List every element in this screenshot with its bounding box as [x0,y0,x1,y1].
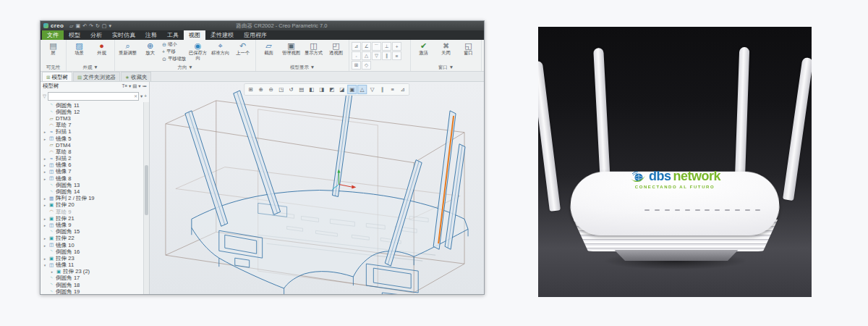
display-style-button[interactable]: ◫显示方式 [303,41,324,56]
graphics-toolbar-icon[interactable]: ◳ [276,85,286,94]
previous-view-button[interactable]: ↶上一个 [232,41,253,56]
tree-scrollbar-thumb[interactable] [145,165,148,215]
graphics-toolbar-icon[interactable]: ◪ [337,85,346,94]
graphics-toolbar-icon[interactable]: ⊕ [256,85,265,94]
ribbon-group-label[interactable]: 模型显示 ▼ [258,64,346,71]
ribbon-tab[interactable]: 柔性建模 [205,30,239,40]
quick-access-icon[interactable]: ▢ [102,23,107,28]
display-toggle-icon[interactable]: ⌒ [372,42,381,51]
filter-add-button[interactable]: + [144,93,147,99]
tree-expand-icon[interactable]: ▸ [43,236,47,241]
tree-filter-settings-button[interactable]: T≡ ▾ [122,83,131,89]
display-toggle-icon[interactable]: ∠ [362,42,371,51]
ribbon-group-label[interactable]: 窗口 ▼ [413,64,479,71]
clear-search-icon[interactable]: ✕ [134,93,137,99]
tree-expand-icon[interactable]: ▸ [43,217,47,221]
layers-button[interactable]: ▤层 [43,41,64,56]
refit-button[interactable]: ⌕重新调整 [117,41,138,56]
standard-orientation-button[interactable]: ⌖标准方向 [210,41,231,56]
tree-expand-icon[interactable]: ▸ [43,163,47,167]
tree-display-options-button[interactable]: ▤ ▾ [132,83,140,89]
ribbon-group-label[interactable]: 外观 ▼ [69,64,112,71]
tree-item[interactable]: ▾◫镜像 11 [43,262,149,269]
ribbon-tab[interactable]: 应用程序 [239,30,272,40]
tree-expand-icon[interactable]: ▾ [43,263,47,267]
navigator-tab[interactable]: ▤ 文件夹浏览器 [73,72,120,81]
tree-expand-icon[interactable]: ▸ [43,243,47,248]
led-label [655,209,660,211]
manage-views-button[interactable]: ▣管理视图 [281,41,302,56]
ribbon-tab[interactable]: 模型 [64,30,85,40]
display-toggle-icon[interactable]: △ [362,51,371,60]
appearance-button[interactable]: ●外观 [91,41,112,56]
tree-columns-button[interactable]: ≔ [142,83,148,89]
display-toggle-icon[interactable]: + [392,42,401,51]
display-toggle-icon[interactable]: ∥ [382,51,391,60]
display-toggle-icon[interactable]: ≡ [392,51,401,60]
graphics-toolbar-icon[interactable]: ⊖ [266,85,276,94]
zoom-in-button[interactable]: ⊕放大 [140,41,161,56]
ribbon-group-label[interactable]: 方向 ▼ [117,64,253,71]
display-toggle-icon[interactable]: ⊞ [352,61,361,70]
tree-item[interactable]: ◝倒圆角 12 [43,109,149,115]
tree-expand-icon[interactable]: ▸ [43,130,47,134]
navigator-tab[interactable]: ★ 收藏夹 [121,72,151,81]
graphics-toolbar-icon[interactable]: ◧ [307,85,316,94]
graphics-toolbar-icon[interactable]: ◩ [327,85,336,94]
tree-expand-icon[interactable]: ▸ [43,223,47,227]
tree-expand-icon[interactable]: ▸ [43,177,47,181]
graphics-toolbar-icon[interactable]: ⊞ [246,85,255,94]
graphics-toolbar-icon[interactable]: △ [357,85,367,94]
ribbon-tab[interactable]: 注释 [140,30,162,40]
graphics-toolbar-icon[interactable]: ⊿ [398,85,407,94]
quick-access-icon[interactable]: ▣ [76,23,81,28]
graphics-toolbar-icon[interactable]: ≡ [388,85,397,94]
ribbon-tab[interactable]: 视图 [184,30,205,40]
graphics-toolbar-icon[interactable]: ∥ [378,85,387,94]
tree-scrollbar[interactable] [143,102,149,294]
tree-expand-icon[interactable]: ▸ [50,269,54,274]
graphics-toolbar-icon[interactable]: ↺ [286,85,296,94]
quick-access-icon[interactable]: ▱ [69,23,73,28]
filter-dropdown-button[interactable]: ▾ [140,93,142,99]
display-toggle-icon[interactable]: ⊥ [382,42,391,51]
graphics-toolbar-icon[interactable]: ▣ [347,85,357,94]
pan-zoom-button[interactable]: ⊙平移缩放 [162,56,186,62]
tree-expand-icon[interactable]: ▸ [43,156,47,161]
ribbon-tab[interactable]: 分析 [85,30,107,40]
pan-button[interactable]: +平移 [162,49,186,55]
saved-orientations-button[interactable]: ◉已保存方向 [187,41,208,60]
ribbon-tab[interactable]: 文件 [42,30,64,40]
quick-access-icon[interactable]: ↷ [89,23,93,28]
activate-button[interactable]: ✔激活 [413,41,434,56]
quick-access-icon[interactable]: ▾ [109,23,111,28]
perspective-button[interactable]: ◰透视图 [326,41,346,56]
close-window-button[interactable]: ✖关闭 [435,41,456,56]
tree-expand-icon[interactable]: ▸ [43,170,47,174]
ribbon-tab[interactable]: 工具 [162,30,184,40]
display-toggle-icon[interactable]: ◇ [362,61,371,70]
tree-expand-icon[interactable]: ▸ [43,256,47,261]
windows-button[interactable]: ◱窗口 [458,41,479,56]
display-toggle-icon[interactable]: ▽ [372,51,381,60]
tree-item[interactable]: ▸◫镜像 5 [43,135,149,142]
quick-access-icon[interactable]: ↻ [95,23,100,28]
tree-search-input[interactable] [48,93,138,100]
section-button[interactable]: ▱截面 [258,41,279,56]
zoom-out-button[interactable]: ⊖缩小 [162,41,186,48]
ribbon-group-label[interactable]: 可见性 [43,64,64,71]
ribbon-tab[interactable]: 实时仿真 [107,30,140,40]
tree-item[interactable]: ◝倒圆角 19 [43,288,149,294]
scene-button[interactable]: ▨场景 [69,41,90,56]
tree-expand-icon[interactable]: ▸ [43,203,47,207]
graphics-toolbar-icon[interactable]: ▤ [297,85,306,94]
display-toggle-icon[interactable]: ⊿ [352,42,361,51]
tree-expand-icon[interactable]: ▸ [43,137,47,141]
display-toggle-icon[interactable]: ◦ [352,51,361,60]
graphics-area[interactable]: ⊞⊕⊖◳↺▤◧◨◩◪▣△▽∥≡⊿ [150,82,484,294]
graphics-toolbar-icon[interactable]: ▽ [367,85,377,94]
tree-expand-icon[interactable]: ▸ [43,196,47,201]
navigator-tab[interactable]: ⊞ 模型树 [42,72,72,81]
quick-access-icon[interactable]: ↶ [82,23,87,28]
graphics-toolbar-icon[interactable]: ◨ [317,85,326,94]
